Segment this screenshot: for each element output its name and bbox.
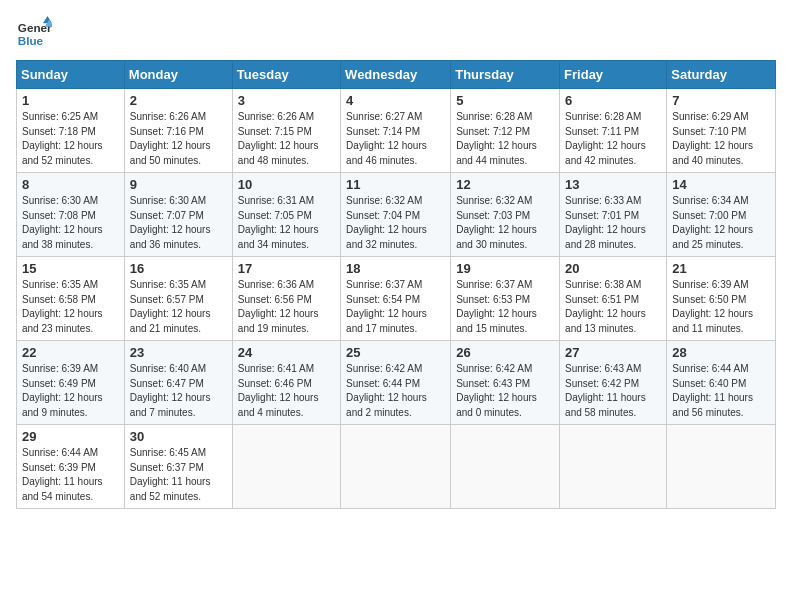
day-info: Sunrise: 6:43 AM Sunset: 6:42 PM Dayligh… xyxy=(565,362,661,420)
day-info: Sunrise: 6:31 AM Sunset: 7:05 PM Dayligh… xyxy=(238,194,335,252)
calendar-cell: 19Sunrise: 6:37 AM Sunset: 6:53 PM Dayli… xyxy=(451,257,560,341)
calendar-cell: 29Sunrise: 6:44 AM Sunset: 6:39 PM Dayli… xyxy=(17,425,125,509)
calendar-header-row: SundayMondayTuesdayWednesdayThursdayFrid… xyxy=(17,61,776,89)
day-info: Sunrise: 6:26 AM Sunset: 7:16 PM Dayligh… xyxy=(130,110,227,168)
calendar-cell: 3Sunrise: 6:26 AM Sunset: 7:15 PM Daylig… xyxy=(232,89,340,173)
day-number: 8 xyxy=(22,177,119,192)
day-number: 24 xyxy=(238,345,335,360)
day-number: 16 xyxy=(130,261,227,276)
day-info: Sunrise: 6:30 AM Sunset: 7:08 PM Dayligh… xyxy=(22,194,119,252)
day-number: 14 xyxy=(672,177,770,192)
day-number: 17 xyxy=(238,261,335,276)
day-number: 4 xyxy=(346,93,445,108)
day-info: Sunrise: 6:40 AM Sunset: 6:47 PM Dayligh… xyxy=(130,362,227,420)
calendar-week-row: 29Sunrise: 6:44 AM Sunset: 6:39 PM Dayli… xyxy=(17,425,776,509)
logo: General Blue xyxy=(16,16,56,52)
calendar-week-row: 15Sunrise: 6:35 AM Sunset: 6:58 PM Dayli… xyxy=(17,257,776,341)
day-info: Sunrise: 6:32 AM Sunset: 7:03 PM Dayligh… xyxy=(456,194,554,252)
day-number: 2 xyxy=(130,93,227,108)
col-header-friday: Friday xyxy=(560,61,667,89)
day-info: Sunrise: 6:32 AM Sunset: 7:04 PM Dayligh… xyxy=(346,194,445,252)
day-info: Sunrise: 6:29 AM Sunset: 7:10 PM Dayligh… xyxy=(672,110,770,168)
calendar-cell: 24Sunrise: 6:41 AM Sunset: 6:46 PM Dayli… xyxy=(232,341,340,425)
day-info: Sunrise: 6:30 AM Sunset: 7:07 PM Dayligh… xyxy=(130,194,227,252)
day-info: Sunrise: 6:38 AM Sunset: 6:51 PM Dayligh… xyxy=(565,278,661,336)
day-number: 22 xyxy=(22,345,119,360)
calendar-cell: 21Sunrise: 6:39 AM Sunset: 6:50 PM Dayli… xyxy=(667,257,776,341)
calendar-cell: 5Sunrise: 6:28 AM Sunset: 7:12 PM Daylig… xyxy=(451,89,560,173)
day-number: 12 xyxy=(456,177,554,192)
day-number: 13 xyxy=(565,177,661,192)
day-info: Sunrise: 6:39 AM Sunset: 6:50 PM Dayligh… xyxy=(672,278,770,336)
calendar-week-row: 22Sunrise: 6:39 AM Sunset: 6:49 PM Dayli… xyxy=(17,341,776,425)
day-number: 29 xyxy=(22,429,119,444)
calendar-cell: 27Sunrise: 6:43 AM Sunset: 6:42 PM Dayli… xyxy=(560,341,667,425)
col-header-saturday: Saturday xyxy=(667,61,776,89)
calendar-week-row: 8Sunrise: 6:30 AM Sunset: 7:08 PM Daylig… xyxy=(17,173,776,257)
calendar-cell: 28Sunrise: 6:44 AM Sunset: 6:40 PM Dayli… xyxy=(667,341,776,425)
calendar-cell: 30Sunrise: 6:45 AM Sunset: 6:37 PM Dayli… xyxy=(124,425,232,509)
calendar-cell: 4Sunrise: 6:27 AM Sunset: 7:14 PM Daylig… xyxy=(341,89,451,173)
calendar-cell: 16Sunrise: 6:35 AM Sunset: 6:57 PM Dayli… xyxy=(124,257,232,341)
day-number: 18 xyxy=(346,261,445,276)
day-info: Sunrise: 6:35 AM Sunset: 6:57 PM Dayligh… xyxy=(130,278,227,336)
calendar-cell: 15Sunrise: 6:35 AM Sunset: 6:58 PM Dayli… xyxy=(17,257,125,341)
day-number: 6 xyxy=(565,93,661,108)
calendar-cell: 10Sunrise: 6:31 AM Sunset: 7:05 PM Dayli… xyxy=(232,173,340,257)
day-info: Sunrise: 6:28 AM Sunset: 7:12 PM Dayligh… xyxy=(456,110,554,168)
day-number: 30 xyxy=(130,429,227,444)
calendar-cell: 8Sunrise: 6:30 AM Sunset: 7:08 PM Daylig… xyxy=(17,173,125,257)
day-number: 23 xyxy=(130,345,227,360)
calendar-cell xyxy=(232,425,340,509)
col-header-thursday: Thursday xyxy=(451,61,560,89)
calendar-cell: 18Sunrise: 6:37 AM Sunset: 6:54 PM Dayli… xyxy=(341,257,451,341)
calendar-cell: 13Sunrise: 6:33 AM Sunset: 7:01 PM Dayli… xyxy=(560,173,667,257)
calendar-cell: 7Sunrise: 6:29 AM Sunset: 7:10 PM Daylig… xyxy=(667,89,776,173)
day-number: 15 xyxy=(22,261,119,276)
calendar-cell xyxy=(667,425,776,509)
day-number: 21 xyxy=(672,261,770,276)
day-number: 1 xyxy=(22,93,119,108)
calendar-cell xyxy=(451,425,560,509)
day-number: 11 xyxy=(346,177,445,192)
calendar-cell: 23Sunrise: 6:40 AM Sunset: 6:47 PM Dayli… xyxy=(124,341,232,425)
day-info: Sunrise: 6:25 AM Sunset: 7:18 PM Dayligh… xyxy=(22,110,119,168)
day-info: Sunrise: 6:27 AM Sunset: 7:14 PM Dayligh… xyxy=(346,110,445,168)
day-info: Sunrise: 6:36 AM Sunset: 6:56 PM Dayligh… xyxy=(238,278,335,336)
svg-text:Blue: Blue xyxy=(18,34,44,47)
day-number: 5 xyxy=(456,93,554,108)
day-number: 26 xyxy=(456,345,554,360)
day-number: 27 xyxy=(565,345,661,360)
logo-icon: General Blue xyxy=(16,16,52,52)
day-number: 28 xyxy=(672,345,770,360)
day-info: Sunrise: 6:37 AM Sunset: 6:53 PM Dayligh… xyxy=(456,278,554,336)
col-header-monday: Monday xyxy=(124,61,232,89)
page-header: General Blue xyxy=(16,16,776,52)
calendar-cell: 25Sunrise: 6:42 AM Sunset: 6:44 PM Dayli… xyxy=(341,341,451,425)
day-number: 3 xyxy=(238,93,335,108)
col-header-sunday: Sunday xyxy=(17,61,125,89)
day-info: Sunrise: 6:28 AM Sunset: 7:11 PM Dayligh… xyxy=(565,110,661,168)
day-info: Sunrise: 6:45 AM Sunset: 6:37 PM Dayligh… xyxy=(130,446,227,504)
calendar-cell: 11Sunrise: 6:32 AM Sunset: 7:04 PM Dayli… xyxy=(341,173,451,257)
day-info: Sunrise: 6:39 AM Sunset: 6:49 PM Dayligh… xyxy=(22,362,119,420)
day-info: Sunrise: 6:34 AM Sunset: 7:00 PM Dayligh… xyxy=(672,194,770,252)
calendar-cell: 20Sunrise: 6:38 AM Sunset: 6:51 PM Dayli… xyxy=(560,257,667,341)
day-info: Sunrise: 6:44 AM Sunset: 6:40 PM Dayligh… xyxy=(672,362,770,420)
calendar-cell xyxy=(560,425,667,509)
calendar-cell: 6Sunrise: 6:28 AM Sunset: 7:11 PM Daylig… xyxy=(560,89,667,173)
calendar-cell xyxy=(341,425,451,509)
calendar-cell: 9Sunrise: 6:30 AM Sunset: 7:07 PM Daylig… xyxy=(124,173,232,257)
day-number: 25 xyxy=(346,345,445,360)
day-info: Sunrise: 6:37 AM Sunset: 6:54 PM Dayligh… xyxy=(346,278,445,336)
calendar-cell: 12Sunrise: 6:32 AM Sunset: 7:03 PM Dayli… xyxy=(451,173,560,257)
day-number: 7 xyxy=(672,93,770,108)
day-number: 19 xyxy=(456,261,554,276)
calendar-cell: 17Sunrise: 6:36 AM Sunset: 6:56 PM Dayli… xyxy=(232,257,340,341)
col-header-tuesday: Tuesday xyxy=(232,61,340,89)
calendar-cell: 1Sunrise: 6:25 AM Sunset: 7:18 PM Daylig… xyxy=(17,89,125,173)
day-info: Sunrise: 6:42 AM Sunset: 6:44 PM Dayligh… xyxy=(346,362,445,420)
calendar-cell: 26Sunrise: 6:42 AM Sunset: 6:43 PM Dayli… xyxy=(451,341,560,425)
day-info: Sunrise: 6:44 AM Sunset: 6:39 PM Dayligh… xyxy=(22,446,119,504)
col-header-wednesday: Wednesday xyxy=(341,61,451,89)
